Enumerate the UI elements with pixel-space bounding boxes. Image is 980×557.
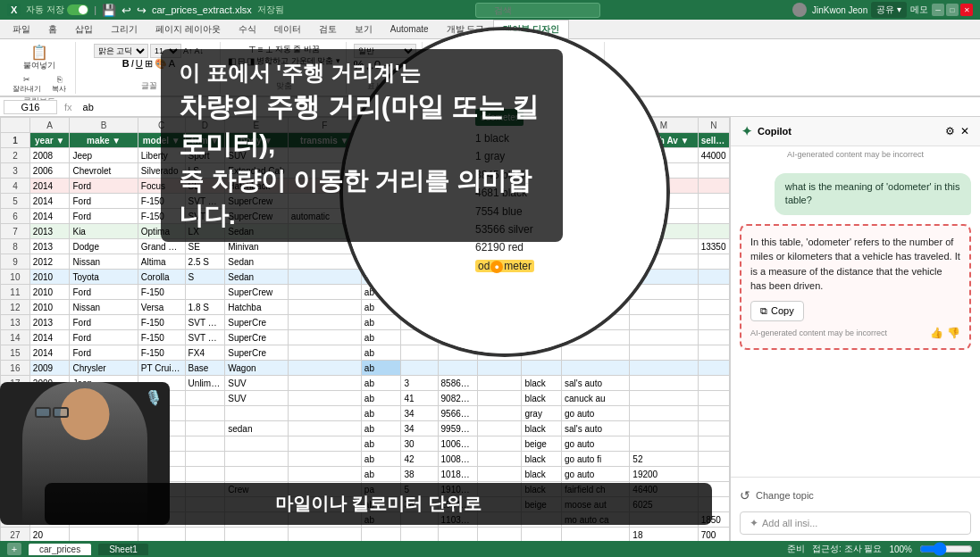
paste-button[interactable]: 📋 붙여넣기 [20,44,59,73]
speaker-glasses-left [35,407,51,418]
korean-line2: 차량의 주행 거리(마일 또는 킬로미터), [179,88,545,163]
close-button[interactable]: ✕ [960,4,973,16]
tab-formula[interactable]: 수식 [230,20,265,38]
header-year[interactable]: year ▼ [29,133,70,148]
thumbdown-button[interactable]: 👎 [947,327,960,339]
saved-status: 저장됨 [257,4,284,16]
user-area: JinKwon Jeon [792,3,867,17]
excel-logo-icon: X [7,4,21,16]
table-row: 13 2013FordF-150 SVT RaptoSuperCre ab [1,315,730,330]
zoom-highlighted-value: od●meter [475,260,534,272]
formula-divider: fx [61,102,76,112]
korean-line1: 이 표에서 '주행 거리계'는 [179,58,545,88]
col-header-a[interactable]: A [29,118,70,133]
search-input[interactable] [475,3,600,18]
thumbup-button[interactable]: 👍 [930,327,943,339]
header-make[interactable]: make ▼ [70,133,138,148]
maximize-button[interactable]: □ [946,4,959,16]
add-insight-input[interactable]: ✦ Add all insi... [740,511,971,535]
microphone-icon: 🎙️ [145,389,163,406]
bold-button[interactable]: B [122,58,130,69]
tab-file[interactable]: 파일 [4,20,39,38]
copy-button[interactable]: ⎘복사 [48,73,70,96]
user-avatar-icon [792,3,807,17]
ready-status: 준비 [787,543,805,555]
status-right: 준비 접근성: 조사 필요 100% [787,543,973,555]
undo-icon[interactable]: ↩ [121,4,131,17]
filename: car_prices_extract.xlsx [152,4,252,15]
ai-disclaimer: AI-generated content may be incorrect 👍 … [750,327,960,339]
table-row: 14 2014FordF-150 SVT RaptoSuperCre ab [1,330,730,345]
title-bar-right: JinKwon Jeon 공유 ▾ 메모 ─ □ ✕ [792,2,973,18]
copilot-panel: ✦ Copilot ⚙ ✕ AI-generated content may b… [730,117,980,542]
paste-label: 붙여넣기 [23,60,55,71]
save-icon[interactable]: 💾 [102,4,116,17]
auto-save-toggle[interactable] [67,4,88,15]
username: JinKwon Jeon [812,5,867,15]
italic-button[interactable]: I [131,58,134,69]
ai-response-container: In this table, 'odometer' refers to the … [740,224,971,350]
zoom-slider[interactable] [919,545,973,553]
korean-bottom-text: 마일이나 킬로미터 단위로 [275,494,482,513]
table-row: 16 2009ChryslerPT Cruiser BaseWagon ab [1,361,730,376]
zoom-highlight-row: od●meter [475,257,534,275]
redo-icon[interactable]: ↪ [137,4,147,17]
refresh-icon: ↺ [740,488,750,503]
window-controls: ─ □ ✕ [932,4,973,16]
underline-button[interactable]: U [136,58,143,69]
tab-review[interactable]: 검토 [310,20,346,38]
korean-bottom-banner: 마일이나 킬로미터 단위로 [45,483,712,525]
copilot-close-button[interactable]: ✕ [960,125,969,137]
copy-icon: ⎘ [57,75,62,84]
copilot-title: Copilot [758,126,792,137]
col-header-row [1,118,30,133]
share-icon[interactable]: 공유 ▾ [871,2,907,18]
copy-label: Copy [771,305,794,316]
cell-reference-input[interactable] [4,100,57,114]
tab-data[interactable]: 데이터 [265,20,310,38]
font-family-select[interactable]: 맑은 고딕 [94,44,148,58]
ribbon-group-clipboard: 📋 붙여넣기 ✂잘라내기 ⎘복사 클립보드 [4,42,76,94]
add-sheet-button[interactable]: + [7,543,21,555]
table-row: 15 2014FordF-150 FX4SuperCre ab [1,345,730,361]
tab-view[interactable]: 보기 [346,20,381,38]
col-header-n[interactable]: N [698,118,729,133]
ai-feedback-icons: 👍 👎 [930,327,960,339]
copilot-footer: ↺ Change topic ✦ Add all insi... [731,477,980,542]
auto-save-area: 자동 저장 [26,4,88,16]
tab-automate[interactable]: Automate [381,20,438,38]
tab-insert[interactable]: 삽입 [66,20,102,38]
copilot-settings-button[interactable]: ⚙ [945,125,955,137]
user-message: what is the meaning of 'odometer' in thi… [775,173,971,215]
copilot-messages: what is the meaning of 'odometer' in thi… [731,162,980,477]
change-topic-button[interactable]: ↺ Change topic [740,485,971,506]
border-button[interactable]: ⊞ [145,58,153,70]
sheet-tabs-area: + car_prices Sheet1 [7,543,148,555]
zoom-cursor-icon: ● [490,261,503,273]
sheet-tab-car-prices[interactable]: car_prices [29,544,91,555]
cut-icon: ✂ [23,75,30,84]
zoom-level: 100% [889,545,912,554]
title-bar-left: X 자동 저장 | 💾 ↩ ↪ car_prices_extract.xlsx … [7,4,284,17]
row-1-header: 1 [1,133,30,148]
sheet-tab-sheet1[interactable]: Sheet1 [98,544,148,555]
tab-home[interactable]: 홈 [39,20,66,38]
add-insight-label: Add all insi... [762,518,817,528]
minimize-button[interactable]: ─ [932,4,944,16]
header-selling[interactable]: sellingpri ▼ [698,133,729,148]
col-header-b[interactable]: B [70,118,138,133]
change-topic-label: Change topic [756,490,814,501]
copilot-input-icon: ✦ [750,517,758,529]
ai-response-text: In this table, 'odometer' refers to the … [750,235,960,294]
copilot-header-icon: ✦ [741,124,752,138]
cut-button[interactable]: ✂잘라내기 [9,73,45,96]
copilot-header-icons: ⚙ ✕ [945,125,969,137]
tab-page-layout[interactable]: 페이지 레이아웃 [147,20,230,38]
memo-icon[interactable]: 메모 [910,4,928,16]
title-divider: | [94,4,96,15]
copilot-top-warning: AI-generated content may be incorrect [731,146,980,162]
korean-line3: 즉 차량이 이동한 거리를 의미합니다. [179,163,545,233]
tab-draw[interactable]: 그리기 [102,20,147,38]
copy-button[interactable]: ⧉ Copy [750,301,804,321]
table-row: 27 20 18700 [1,528,730,543]
